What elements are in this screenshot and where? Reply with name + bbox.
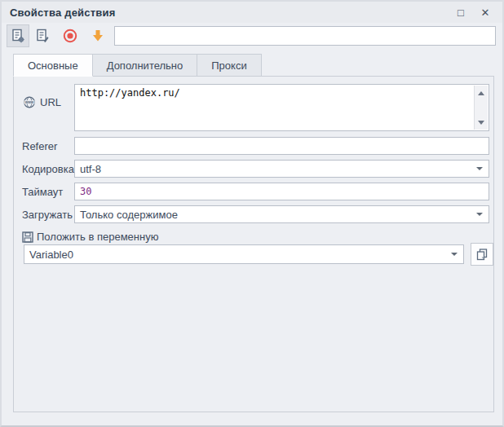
encoding-label: Кодировка — [22, 163, 74, 175]
window-controls: □ ✕ — [452, 4, 494, 20]
record-button[interactable] — [59, 24, 82, 47]
maximize-button[interactable]: □ — [452, 4, 470, 20]
variable-select[interactable]: Variable0 — [24, 244, 464, 264]
load-mode-label: Загружать — [22, 209, 73, 221]
www-globe-icon: www — [22, 96, 37, 108]
url-scrollbar[interactable] — [474, 86, 488, 130]
title-bar: Свойства действия □ ✕ — [2, 2, 502, 23]
chevron-down-icon — [451, 253, 458, 256]
chevron-down-icon — [476, 167, 483, 170]
insert-down-button[interactable] — [86, 24, 109, 47]
timeout-label: Таймаут — [22, 186, 63, 198]
referer-input[interactable] — [74, 137, 489, 155]
referer-label: Referer — [22, 140, 57, 152]
load-mode-value: Только содержимое — [80, 209, 178, 221]
tab-proxy[interactable]: Прокси — [197, 54, 261, 77]
tab-main[interactable]: Основные — [13, 54, 93, 77]
scroll-up-icon[interactable] — [475, 86, 488, 99]
save-to-variable-label: Положить в переменную — [22, 231, 158, 243]
encoding-value: utf-8 — [80, 163, 101, 175]
tab-panel-main: www URL http://yandex.ru/ Referer Кодиро… — [13, 76, 494, 412]
action-properties-dialog: Свойства действия □ ✕ — [0, 0, 504, 427]
window-title: Свойства действия — [10, 7, 115, 19]
url-label: www URL — [22, 96, 61, 108]
toolbar — [2, 23, 502, 51]
floppy-disk-icon — [22, 231, 33, 243]
tab-additional[interactable]: Дополнительно — [92, 54, 198, 77]
copy-icon — [475, 248, 489, 261]
svg-text:www: www — [24, 100, 34, 104]
url-value: http://yandex.ru/ — [80, 87, 471, 128]
encoding-select[interactable]: utf-8 — [74, 160, 489, 178]
action-edit-button[interactable] — [31, 24, 54, 47]
down-arrow-icon — [91, 29, 105, 43]
variable-value: Variable0 — [29, 249, 73, 261]
load-mode-select[interactable]: Только содержимое — [74, 205, 489, 223]
document-gear-icon — [11, 29, 25, 43]
timeout-input[interactable] — [74, 183, 489, 200]
chevron-down-icon — [476, 213, 483, 216]
scroll-down-icon[interactable] — [475, 116, 488, 129]
record-icon — [63, 29, 77, 43]
action-name-input[interactable] — [114, 26, 496, 46]
tab-bar: Основные Дополнительно Прокси — [13, 54, 502, 77]
url-textarea[interactable]: http://yandex.ru/ — [74, 84, 489, 131]
document-edit-icon — [35, 29, 50, 43]
copy-variable-button[interactable] — [471, 243, 493, 266]
action-properties-button[interactable] — [7, 24, 29, 47]
close-button[interactable]: ✕ — [476, 4, 494, 20]
